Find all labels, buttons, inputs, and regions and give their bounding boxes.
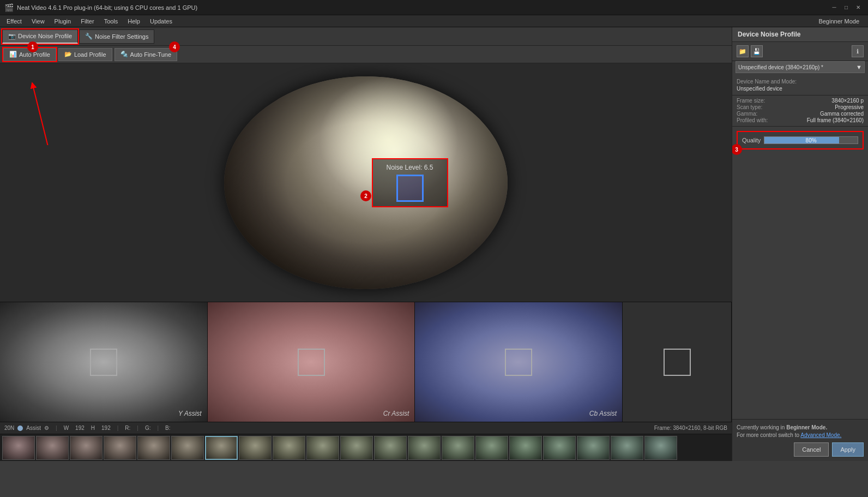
profiled-with-value: Full frame (3840×2160) [807,117,864,123]
menu-tools[interactable]: Tools [100,15,123,27]
main-layout: 📷 Device Noise Profile 🔧 Noise Filter Se… [0,27,868,461]
panel-bottom: Currently working in Beginner Mode. For … [732,419,868,461]
annotation-4: 4 [169,41,180,52]
film-frame-inner-9 [307,436,339,459]
film-frame-inner-3 [104,436,136,459]
right-panel: Device Noise Profile 📁 💾 ℹ Unspecified d… [732,27,868,461]
zoom-value: 20N [4,425,14,431]
filmstrip-frame-6[interactable] [205,436,238,460]
noise-level-label: Noise Level: 6.5 [379,164,441,171]
filmstrip-frame-15[interactable] [509,436,542,460]
menu-view[interactable]: View [27,15,49,27]
filmstrip-frame-8[interactable] [273,436,305,460]
quality-bar-text: 80% [764,137,858,143]
filmstrip-frame-1[interactable] [36,436,69,460]
minimize-button[interactable]: ─ [829,2,840,13]
app-icon: 🎬 [4,3,14,12]
auto-fine-tune-button[interactable]: 🔩 Auto Fine-Tune [114,48,177,61]
filmstrip-frame-10[interactable] [340,436,373,460]
film-frame-inner-18 [611,436,643,459]
y-channel-label: Y Assist [178,410,202,417]
filmstrip-frame-13[interactable] [442,436,474,460]
panel-device-dropdown[interactable]: Unspecified device (3840×2160p) * ▼ [736,61,865,73]
filmstrip-frame-18[interactable] [611,436,643,460]
filmstrip-frame-11[interactable] [374,436,407,460]
maximize-button[interactable]: □ [841,2,852,13]
filmstrip-frame-2[interactable] [70,436,103,460]
menu-help[interactable]: Help [123,15,144,27]
cr-channel-thumb: Cr Assist [208,302,415,422]
filmstrip-frame-19[interactable] [644,436,677,460]
panel-icon-row: 📁 💾 ℹ [732,42,868,61]
menu-updates[interactable]: Updates [146,15,177,27]
panel-header: Device Noise Profile [732,27,868,42]
profiled-with-row: Profiled with: Full frame (3840×2160) [737,117,864,123]
r-label: R: [125,425,130,431]
bottom-text-line1: Currently working in [737,424,786,430]
device-name-section: Device Name and Mode: Unspecified device [732,76,868,95]
panel-spacer [732,154,868,419]
tab-noise-filter[interactable]: 🔧 Noise Filter Settings [79,29,154,44]
filmstrip-frame-7[interactable] [239,436,272,460]
filmstrip-frame-16[interactable] [543,436,576,460]
film-frame-inner-4 [138,436,170,459]
menu-plugin[interactable]: Plugin [50,15,76,27]
filmstrip-frame-14[interactable] [475,436,508,460]
annotation-2: 2 [360,190,371,201]
cb-selector-box[interactable] [505,349,532,376]
cb-channel-thumb: Cb Assist [415,302,623,422]
noise-level-box: Noise Level: 6.5 [372,158,448,207]
b-label: B: [165,425,170,431]
scan-type-label: Scan type: [737,104,786,110]
filmstrip-frame-5[interactable] [171,436,204,460]
cr-channel-label: Cr Assist [383,410,409,417]
frame-size-value: 3840×2160 p [831,98,864,104]
filmstrip-frame-9[interactable] [306,436,339,460]
panel-selector-box[interactable] [664,349,691,376]
content-area: 📷 Device Noise Profile 🔧 Noise Filter Se… [0,27,732,461]
tab-device-noise[interactable]: 📷 Device Noise Profile [2,29,78,44]
auto-fine-tune-icon: 🔩 [120,51,128,58]
panel-save-icon[interactable]: 💾 [751,45,763,57]
filmstrip-frame-17[interactable] [577,436,610,460]
cancel-button[interactable]: Cancel [794,442,829,457]
noise-filter-icon: 🔧 [85,33,93,40]
quality-bar[interactable]: 80% [764,136,858,144]
channel-strip: Y Assist Cr Assist Cb Assist [0,302,732,422]
panel-bottom-text: Currently working in Beginner Mode. For … [737,424,864,439]
film-frame-inner-10 [341,436,372,459]
assist-dot [17,426,23,431]
quality-section: 3 Quality 80% [737,131,864,149]
filmstrip-frame-3[interactable] [104,436,136,460]
filmstrip-frame-12[interactable] [408,436,441,460]
sep1: | [56,425,57,431]
preview-area[interactable]: Noise Level: 6.5 2 [0,63,732,302]
film-frame-inner-19 [645,436,677,459]
menu-filter[interactable]: Filter [76,15,98,27]
panel-folder-icon[interactable]: 📁 [737,45,749,57]
annotation-1: 1 [27,41,38,52]
sep2: | [117,425,119,431]
film-frame-inner-1 [37,436,68,459]
panel-info-icon[interactable]: ℹ [852,45,864,57]
film-frame-inner-2 [70,436,102,459]
film-frame-inner-17 [577,436,609,459]
assist-label: Assist [26,425,41,431]
y-selector-box[interactable] [90,349,117,376]
menu-effect[interactable]: Effect [2,15,26,27]
load-profile-button[interactable]: 📂 Load Profile [58,48,112,61]
fisheye-circle [224,76,508,289]
scan-type-row: Scan type: Progressive [737,104,864,110]
filmstrip-frame-4[interactable] [137,436,170,460]
panel-btn-row: Cancel Apply [737,442,864,457]
cr-selector-box[interactable] [298,349,325,376]
filmstrip-frame-0[interactable] [2,436,35,460]
advanced-mode-link[interactable]: Advanced Mode. [800,432,841,438]
film-frame-inner-13 [442,436,474,459]
film-frame-inner-5 [172,436,203,459]
fisheye-inner [224,76,508,289]
settings-icon[interactable]: ⚙ [44,425,49,431]
quality-row: Quality 80% [742,136,858,144]
apply-button[interactable]: Apply [832,442,864,457]
close-button[interactable]: ✕ [853,2,864,13]
